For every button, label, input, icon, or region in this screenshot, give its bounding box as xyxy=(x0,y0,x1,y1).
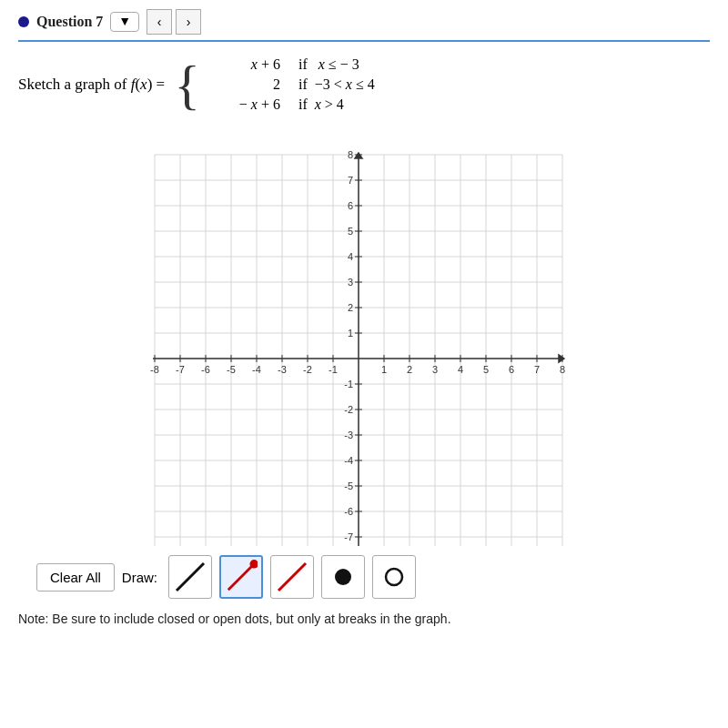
svg-text:-4: -4 xyxy=(252,364,261,375)
svg-text:-4: -4 xyxy=(344,455,353,466)
draw-label: Draw: xyxy=(122,570,157,585)
svg-marker-36 xyxy=(559,355,564,362)
sketch-label: Sketch a graph of f(x) = xyxy=(18,76,165,94)
segment-dot-tool-button[interactable] xyxy=(219,555,263,599)
question-label: Question 7 xyxy=(36,14,103,30)
svg-text:4: 4 xyxy=(348,251,353,262)
svg-line-105 xyxy=(278,563,306,591)
prev-button[interactable]: ‹ xyxy=(147,9,172,35)
svg-text:-6: -6 xyxy=(201,364,210,375)
svg-text:8: 8 xyxy=(560,364,565,375)
svg-marker-37 xyxy=(355,153,362,158)
svg-text:8: 8 xyxy=(348,149,353,160)
svg-text:5: 5 xyxy=(483,364,489,375)
svg-text:-3: -3 xyxy=(278,364,287,375)
piecewise-row-2: 2 if −3 < x ≤ 4 xyxy=(207,76,375,93)
svg-line-102 xyxy=(177,563,204,591)
question-header: Question 7 ▼ ‹ › xyxy=(18,9,710,42)
piecewise-row-3: − x + 6 if x > 4 xyxy=(207,96,375,113)
svg-text:4: 4 xyxy=(458,364,463,375)
svg-text:1: 1 xyxy=(348,328,353,339)
cond-3: if x > 4 xyxy=(298,96,344,113)
expr-2: 2 xyxy=(207,76,280,93)
svg-text:5: 5 xyxy=(348,226,353,237)
segment-arrow-tool-button[interactable] xyxy=(270,555,314,599)
svg-text:-7: -7 xyxy=(176,364,185,375)
svg-text:7: 7 xyxy=(534,364,540,375)
svg-text:-1: -1 xyxy=(329,364,338,375)
svg-text:-7: -7 xyxy=(344,531,353,542)
svg-text:-5: -5 xyxy=(344,480,353,491)
coordinate-graph[interactable]: -8 -7 -6 -5 -4 -3 -2 -1 1 2 3 4 5 6 7 8 xyxy=(127,127,601,546)
svg-text:6: 6 xyxy=(509,364,514,375)
svg-text:2: 2 xyxy=(407,364,412,375)
clear-all-button[interactable]: Clear All xyxy=(36,563,115,592)
svg-text:1: 1 xyxy=(381,364,387,375)
graph-wrapper: -8 -7 -6 -5 -4 -3 -2 -1 1 2 3 4 5 6 7 8 xyxy=(18,127,710,546)
cond-1: if x ≤ − 3 xyxy=(298,56,359,73)
svg-text:3: 3 xyxy=(348,277,353,288)
open-dot-tool-button[interactable] xyxy=(372,555,416,599)
svg-text:3: 3 xyxy=(432,364,438,375)
graph-container[interactable]: -8 -7 -6 -5 -4 -3 -2 -1 1 2 3 4 5 6 7 8 xyxy=(127,127,601,546)
svg-text:-2: -2 xyxy=(303,364,312,375)
cond-2: if −3 < x ≤ 4 xyxy=(298,76,375,93)
svg-text:-2: -2 xyxy=(344,404,353,415)
question-dot xyxy=(18,16,29,27)
piecewise-row-1: x + 6 if x ≤ − 3 xyxy=(207,56,375,73)
note-text: Note: Be sure to include closed or open … xyxy=(18,612,710,626)
svg-text:-3: -3 xyxy=(344,430,353,440)
toolbar: Clear All Draw: xyxy=(36,555,710,599)
svg-text:-1: -1 xyxy=(344,379,353,389)
next-button[interactable]: › xyxy=(176,9,201,35)
svg-point-106 xyxy=(335,569,351,585)
svg-text:-6: -6 xyxy=(344,506,353,517)
svg-point-107 xyxy=(386,569,402,585)
svg-text:-8: -8 xyxy=(150,364,159,375)
svg-text:2: 2 xyxy=(348,302,353,313)
svg-text:6: 6 xyxy=(348,200,353,211)
question-dropdown[interactable]: ▼ xyxy=(110,12,139,32)
expr-3: − x + 6 xyxy=(207,96,280,113)
closed-dot-tool-button[interactable] xyxy=(321,555,365,599)
svg-text:-5: -5 xyxy=(227,364,236,375)
problem-statement: Sketch a graph of f(x) = { x + 6 if x ≤ … xyxy=(18,56,710,113)
expr-1: x + 6 xyxy=(207,56,280,73)
segment-tool-button[interactable] xyxy=(168,555,212,599)
svg-line-103 xyxy=(228,564,254,590)
svg-text:7: 7 xyxy=(348,175,353,186)
nav-arrows: ‹ › xyxy=(147,9,201,35)
piecewise-cases: x + 6 if x ≤ − 3 2 if −3 < x ≤ 4 − x + 6… xyxy=(207,56,375,113)
piecewise-brace: { xyxy=(174,57,200,112)
